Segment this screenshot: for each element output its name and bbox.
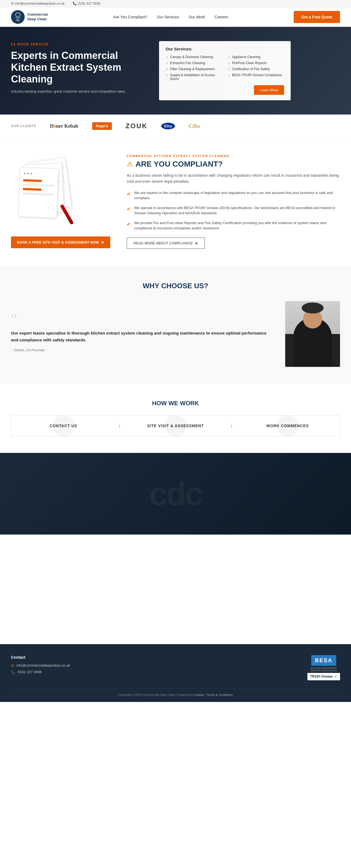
terms-link[interactable]: Terms & Conditions <box>206 693 233 696</box>
hero-subtitle: Industry-leading expertise, great custom… <box>11 89 143 93</box>
logo-text: CommercialDeep Clean <box>27 12 48 22</box>
service-label-6: Certification of Fire Safety <box>232 67 270 71</box>
footer-contact-heading: Contact <box>11 655 70 659</box>
footer-email: info@commercialdeepclean.co.uk <box>17 663 70 668</box>
compliance-points: ✔ We are experts in the complex landscap… <box>127 190 340 231</box>
check-icon-7: ✓ <box>166 73 168 77</box>
service-item-3: ✓ Extraction Fan Cleaning <box>166 61 222 65</box>
services-card-heading: Our Services: <box>166 46 284 51</box>
circle-arrow-icon: ⊕ <box>195 241 198 245</box>
service-item-6: ✓ Certification of Fire Safety <box>228 67 284 71</box>
svg-point-0 <box>16 12 20 17</box>
clients-label: OUR CLIENTS <box>11 124 36 128</box>
service-label-2: Appliance Cleaning <box>232 55 260 59</box>
nav-services[interactable]: Our Services <box>157 15 179 19</box>
compliance-section-tag: COMMERCIAL KITCHEN EXTRACT SYSTEM CLEANI… <box>127 154 340 158</box>
how-heading: HOW WE WORK <box>11 400 340 407</box>
compliance-image-area: ✓ ✓ ✓ BOOK A FREE SITE VISIT & ASSESSMEN… <box>11 154 110 248</box>
top-bar: ✉ info@commercialdeepclean.co.uk 📞 0161 … <box>0 0 351 7</box>
service-tag: 24 HOUR SERVICE <box>11 42 143 46</box>
step-work: WORK COMMENCES <box>235 415 340 436</box>
read-compliance-button[interactable]: READ MORE ABOUT COMPLIANCE ⊕ <box>127 238 205 249</box>
quote-text: Our expert teams specialise in thorough … <box>11 330 269 344</box>
steps-row: CONTACT US › SITE VISIT & ASSESSMENT › W… <box>11 415 340 436</box>
step-contact: CONTACT US <box>11 415 116 436</box>
email-icon: ✉ <box>11 2 14 5</box>
tr19-badge: TR19® Grease ✓ <box>308 673 340 680</box>
service-item-7: ✓ Supply & Installation of Access Doors <box>166 73 222 81</box>
compliance-title: ⚠ ARE YOU COMPLIANT? <box>127 160 340 168</box>
dark-bg-watermark: cdc <box>149 475 202 513</box>
hero-title: Experts in Commercial Kitchen Extract Sy… <box>11 50 143 85</box>
why-heading: WHY CHOOSE US? <box>11 282 340 290</box>
client-pepes: Pepe's <box>92 122 112 130</box>
check-icon-2: ✓ <box>228 55 230 59</box>
why-content: " Our expert teams specialise in thoroug… <box>11 301 340 367</box>
checklist-papers: ✓ ✓ ✓ <box>19 160 68 225</box>
footer-top: Contact ✉ info@commercialdeepclean.co.uk… <box>11 655 340 680</box>
hero-section: 24 HOUR SERVICE Experts in Commercial Ki… <box>0 27 351 115</box>
read-compliance-label: READ MORE ABOUT COMPLIANCE <box>134 241 193 245</box>
quote-author: – Daniel, Co-Founder <box>11 348 269 352</box>
check-icon-3: ✓ <box>166 61 168 65</box>
check-icon-5: ✓ <box>166 67 168 71</box>
nav-compliant[interactable]: Are You Compliant? <box>113 15 147 19</box>
step-watermark-1 <box>52 415 74 436</box>
phone-icon: 📞 <box>73 2 77 5</box>
footer-phone: 0161 327 3936 <box>18 670 42 674</box>
service-label-1: Canopy & Ductwork Cleaning <box>170 55 213 59</box>
phone-number: 0161 327 3936 <box>78 2 100 5</box>
how-section: HOW WE WORK CONTACT US › SITE VISIT & AS… <box>0 383 351 453</box>
compliance-point-2: ✔ We operate in accordance with BESA TR1… <box>127 205 340 216</box>
service-label-8: BESA TR19® Grease Compliance <box>232 73 282 77</box>
compliance-point-3: ✔ We provide Pre and Post clean Reports … <box>127 220 340 231</box>
header: CommercialDeep Clean Are You Compliant? … <box>0 7 351 27</box>
client-doner-kebab: Döner Kebab <box>50 123 78 129</box>
step-arrow-2: › <box>228 422 235 430</box>
step-watermark-3 <box>277 415 299 436</box>
point-check-icon-3: ✔ <box>127 221 131 228</box>
nav-work[interactable]: Our Work <box>189 15 205 19</box>
services-card: Our Services: ✓ Canopy & Ductwork Cleani… <box>159 41 291 100</box>
learn-more-button[interactable]: Learn More <box>254 85 284 95</box>
footer-email-icon: ✉ <box>11 663 14 668</box>
service-item-4: ✓ Pre/Post Clean Reports <box>228 61 284 65</box>
check-icon-8: ✓ <box>228 73 230 77</box>
arrow-icon: ➤ <box>101 240 104 244</box>
service-label-4: Pre/Post Clean Reports <box>232 61 267 65</box>
services-grid: ✓ Canopy & Ductwork Cleaning ✓ Appliance… <box>166 55 284 81</box>
gallery-section <box>0 534 351 644</box>
compliance-description: As a business owner failing to be in acc… <box>127 172 340 185</box>
check-icon-1: ✓ <box>166 55 168 59</box>
step-watermark-2 <box>165 415 186 436</box>
client-cibo: Cibo <box>189 122 201 130</box>
service-item-5: ✓ Filter Cleaning & Replacement <box>166 67 222 71</box>
client-dixy: Dixy <box>161 123 175 129</box>
phone-item: 📞 0161 327 3936 <box>73 2 100 5</box>
book-assessment-button[interactable]: BOOK A FREE SITE VISIT & ASSESSMENT NOW … <box>11 237 110 248</box>
warning-icon: ⚠ <box>127 160 133 168</box>
step-arrow-1: › <box>116 422 123 430</box>
why-section: WHY CHOOSE US? " Our expert teams specia… <box>0 265 351 383</box>
service-item-1: ✓ Canopy & Ductwork Cleaning <box>166 55 222 59</box>
copyright-text: Copyright © 2023 Commercial Deep Clean |… <box>118 693 194 696</box>
paper-3: ✓ ✓ ✓ <box>18 167 58 218</box>
footer-bottom: Copyright © 2023 Commercial Deep Clean |… <box>11 688 340 696</box>
email-address: info@commercialdeepclean.co.uk <box>15 2 64 5</box>
nav-careers[interactable]: Careers <box>215 15 228 19</box>
kaplan-link[interactable]: Kaplan <box>195 693 204 696</box>
quote-mark: " <box>11 316 269 324</box>
get-quote-button[interactable]: Get a Free Quote <box>294 11 340 23</box>
compliance-point-text-2: We operate in accordance with BESA TR19®… <box>134 205 340 216</box>
compliance-point-1: ✔ We are experts in the complex landscap… <box>127 190 340 201</box>
checklist-visual: ✓ ✓ ✓ <box>11 154 77 231</box>
quote-block: " Our expert teams specialise in thoroug… <box>11 316 269 352</box>
hero-left: 24 HOUR SERVICE Experts in Commercial Ki… <box>11 42 143 99</box>
dark-section: cdc <box>0 453 351 534</box>
service-label-5: Filter Cleaning & Replacement <box>170 67 215 71</box>
step-visit: SITE VISIT & ASSESSMENT <box>123 415 228 436</box>
email-item: ✉ info@commercialdeepclean.co.uk <box>11 2 64 5</box>
main-nav: Are You Compliant? Our Services Our Work… <box>113 15 228 19</box>
book-assessment-label: BOOK A FREE SITE VISIT & ASSESSMENT NOW <box>17 240 99 244</box>
compliance-title-text: ARE YOU COMPLIANT? <box>136 160 223 168</box>
